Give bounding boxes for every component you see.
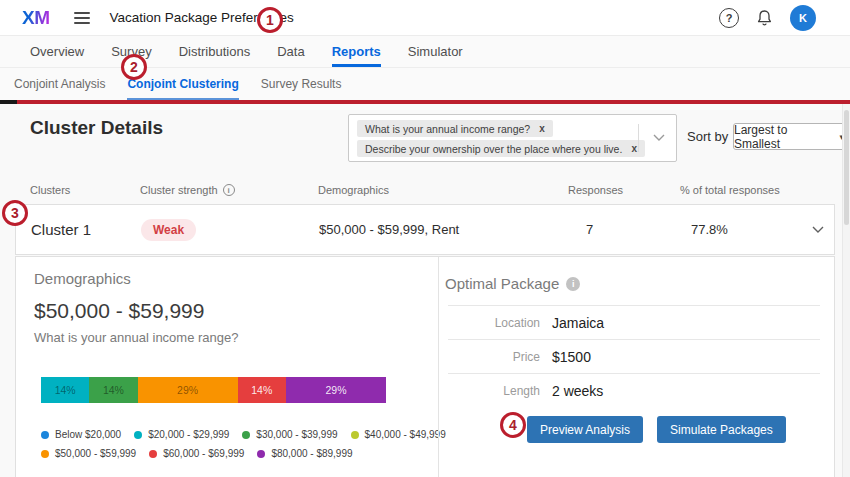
app-window: XM Vacation Package Preferences ? K Over… <box>0 0 850 477</box>
xm-logo[interactable]: XM <box>22 7 50 29</box>
bar-segment: 14% <box>89 377 137 403</box>
cluster-detail-panel: Demographics $50,000 - $59,999 What is y… <box>15 256 835 477</box>
demographics-title: Demographics <box>34 270 418 287</box>
report-subtab[interactable]: Survey Results <box>261 68 342 100</box>
cluster-table-header: Clusters i Cluster strength i Demographi… <box>15 184 835 196</box>
cluster-responses-cell: 7 <box>569 222 681 237</box>
cluster-strength-badge: Weak <box>141 219 196 241</box>
cluster-row[interactable]: Cluster 1 Weak $50,000 - $59,999, Rent 7… <box>15 204 835 255</box>
legend-item: $40,000 - $49,999 <box>351 429 446 440</box>
package-attributes: Location Jamaica Price $1500 Length 2 we… <box>445 305 822 407</box>
legend-dot <box>257 450 265 458</box>
cluster-demographics-cell: $50,000 - $59,999, Rent <box>319 222 569 237</box>
attribute-value: Jamaica <box>552 315 820 331</box>
collapse-row-chevron-icon[interactable] <box>812 226 824 234</box>
optimal-package-panel: Optimal Package i Location Jamaica Price… <box>438 257 834 477</box>
sort-by-label: Sort by <box>687 129 728 144</box>
attribute-label: Length <box>448 384 540 398</box>
column-header: Clusters i <box>30 184 140 196</box>
demographics-question: What is your annual income range? <box>34 330 418 345</box>
annotation-divider-line <box>0 100 850 104</box>
package-actions: Preview Analysis Simulate Packages <box>527 416 822 443</box>
cluster-name: Cluster 1 <box>31 221 141 238</box>
help-icon[interactable]: ? <box>719 8 739 28</box>
attribute-label: Location <box>448 316 540 330</box>
attribute-label: Price <box>448 350 540 364</box>
cluster-report-content: Cluster Details What is your annual inco… <box>0 104 850 477</box>
user-avatar[interactable]: K <box>790 5 816 31</box>
column-header: % of total responses i <box>680 184 800 196</box>
legend-item: $20,000 - $29,999 <box>134 429 229 440</box>
legend-item: $60,000 - $69,999 <box>149 448 244 459</box>
scrollbar-thumb[interactable] <box>844 110 849 225</box>
legend-dot <box>41 450 49 458</box>
column-header: Demographics i <box>318 184 568 196</box>
annotation-step-1: 1 <box>257 7 283 33</box>
column-header: Cluster strength i <box>140 184 318 196</box>
bar-segment: 14% <box>41 377 89 403</box>
filter-chevron-down-icon[interactable] <box>653 134 665 142</box>
bar-segment: 14% <box>238 377 286 403</box>
notifications-bell-icon[interactable] <box>756 9 773 27</box>
demographics-panel: Demographics $50,000 - $59,999 What is y… <box>16 257 438 477</box>
income-distribution-bar: 14% 14% 29% 14% <box>41 377 386 403</box>
header-actions: ? K <box>719 5 816 31</box>
action-button[interactable]: Simulate Packages <box>657 416 786 443</box>
legend-item: $50,000 - $59,999 <box>41 448 136 459</box>
legend-item: Below $20,000 <box>41 429 121 440</box>
main-tab[interactable]: Distributions <box>179 36 251 67</box>
bar-segment: 29% <box>286 377 386 403</box>
legend-dot <box>351 431 359 439</box>
main-tab[interactable]: Overview <box>30 36 84 67</box>
legend-dot <box>149 450 157 458</box>
filter-tag-list: What is your annual income range? x Desc… <box>357 120 645 157</box>
hamburger-menu-icon[interactable] <box>74 12 90 24</box>
annotation-step-4: 4 <box>500 412 526 438</box>
package-attribute-row: Price $1500 <box>448 339 820 373</box>
vertical-scrollbar[interactable] <box>842 104 850 477</box>
filter-divider <box>638 124 639 152</box>
main-tab[interactable]: Data <box>277 36 304 67</box>
legend-dot <box>41 431 49 439</box>
package-attribute-row: Length 2 weeks <box>448 373 820 407</box>
column-header: Responses i <box>568 184 680 196</box>
main-tab[interactable]: Simulator <box>408 36 463 67</box>
legend-row: Below $20,000 $20,000 - $29,999 $30,000 … <box>41 429 446 440</box>
remove-tag-icon[interactable]: x <box>631 143 637 154</box>
legend-row: $50,000 - $59,999 $60,000 - $69,999 $80,… <box>41 448 353 459</box>
optimal-package-title: Optimal Package <box>445 275 559 292</box>
info-icon[interactable]: i <box>223 184 235 196</box>
page-title: Cluster Details <box>30 117 163 139</box>
cluster-pct-cell: 77.8% <box>681 222 801 237</box>
app-header: XM Vacation Package Preferences ? K <box>0 0 850 36</box>
info-icon[interactable]: i <box>566 277 580 291</box>
chart-legend: Below $20,000 $20,000 - $29,999 $30,000 … <box>41 429 416 459</box>
attribute-value: $1500 <box>552 349 820 365</box>
package-attribute-row: Location Jamaica <box>448 305 820 339</box>
annotation-step-2: 2 <box>121 54 147 80</box>
attribute-value: 2 weeks <box>552 383 820 399</box>
report-subtab[interactable]: Conjoint Analysis <box>14 68 105 100</box>
filter-tag: Describe your ownership over the place w… <box>357 140 645 157</box>
annotation-step-3: 3 <box>2 200 28 226</box>
question-filter-multiselect[interactable]: What is your annual income range? x Desc… <box>348 114 677 162</box>
main-tab[interactable]: Reports <box>332 36 381 67</box>
action-button[interactable]: Preview Analysis <box>527 416 643 443</box>
remove-tag-icon[interactable]: x <box>539 123 545 134</box>
sort-order-dropdown[interactable]: Largest to Smallest ▾ <box>733 123 845 150</box>
legend-item: $80,000 - $89,999 <box>257 448 352 459</box>
legend-dot <box>134 431 142 439</box>
bar-segment: 29% <box>138 377 238 403</box>
filter-tag: What is your annual income range? x <box>357 120 553 137</box>
legend-item: $30,000 - $39,999 <box>242 429 337 440</box>
legend-dot <box>242 431 250 439</box>
demographics-top-answer: $50,000 - $59,999 <box>34 299 418 323</box>
